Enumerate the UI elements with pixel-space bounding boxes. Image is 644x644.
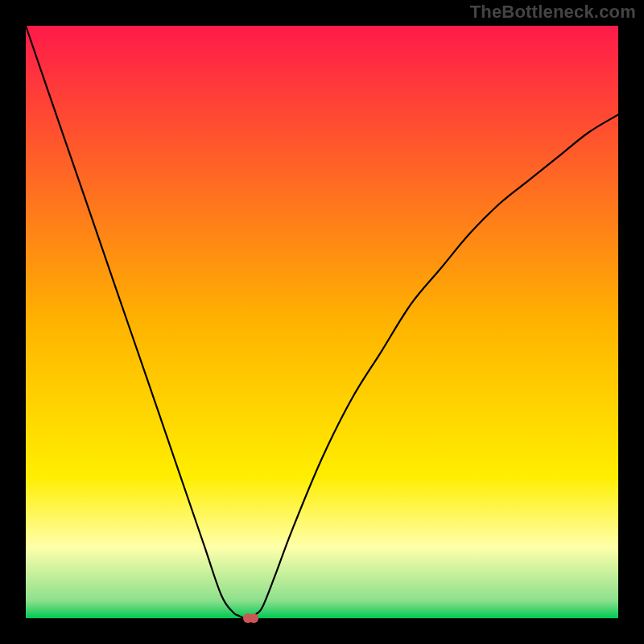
plot-background (26, 26, 618, 618)
chart-container: TheBottleneck.com (0, 0, 644, 644)
watermark-text: TheBottleneck.com (470, 2, 636, 23)
marker-dot-b (249, 613, 258, 623)
bottleneck-chart (0, 0, 644, 644)
